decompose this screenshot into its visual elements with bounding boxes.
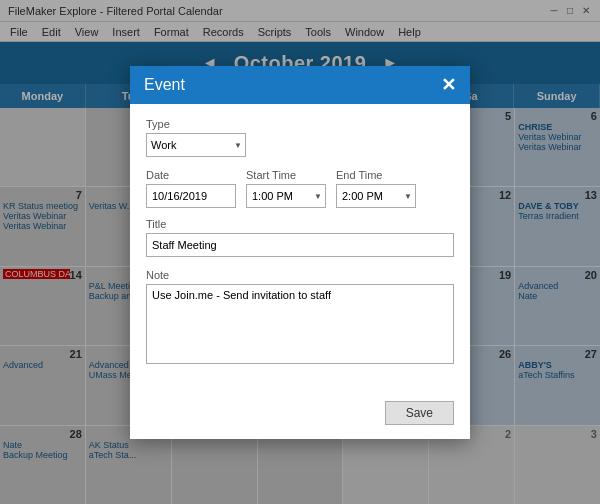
modal-close-button[interactable]: ✕	[441, 76, 456, 94]
start-time-select-wrapper: 1:00 PM 2:00 PM ▼	[246, 184, 326, 208]
modal-title: Event	[144, 76, 185, 94]
date-label: Date	[146, 169, 236, 181]
date-col: Date	[146, 169, 236, 208]
note-textarea[interactable]: Use Join.me - Send invitation to staff	[146, 284, 454, 364]
date-input[interactable]	[146, 184, 236, 208]
title-field-group: Title	[146, 218, 454, 257]
end-time-select[interactable]: 2:00 PM 3:00 PM	[336, 184, 416, 208]
start-time-label: Start Time	[246, 169, 326, 181]
title-label: Title	[146, 218, 454, 230]
note-field-group: Note Use Join.me - Send invitation to st…	[146, 269, 454, 367]
modal-header: Event ✕	[130, 66, 470, 104]
modal-footer: Save	[130, 393, 470, 439]
note-label: Note	[146, 269, 454, 281]
modal-body: Type Work Personal Meeting ▼ Date	[130, 104, 470, 393]
type-field-group: Type Work Personal Meeting ▼	[146, 118, 454, 157]
start-time-col: Start Time 1:00 PM 2:00 PM ▼	[246, 169, 326, 208]
datetime-row: Date Start Time 1:00 PM 2:00 PM ▼ End Ti…	[146, 169, 454, 208]
type-label: Type	[146, 118, 454, 130]
modal-overlay: Event ✕ Type Work Personal Meeting ▼	[0, 0, 600, 504]
end-time-label: End Time	[336, 169, 416, 181]
title-input[interactable]	[146, 233, 454, 257]
type-select[interactable]: Work Personal Meeting	[146, 133, 246, 157]
end-time-col: End Time 2:00 PM 3:00 PM ▼	[336, 169, 416, 208]
save-button[interactable]: Save	[385, 401, 454, 425]
end-time-select-wrapper: 2:00 PM 3:00 PM ▼	[336, 184, 416, 208]
start-time-select[interactable]: 1:00 PM 2:00 PM	[246, 184, 326, 208]
event-modal: Event ✕ Type Work Personal Meeting ▼	[130, 66, 470, 439]
type-select-wrapper: Work Personal Meeting ▼	[146, 133, 246, 157]
